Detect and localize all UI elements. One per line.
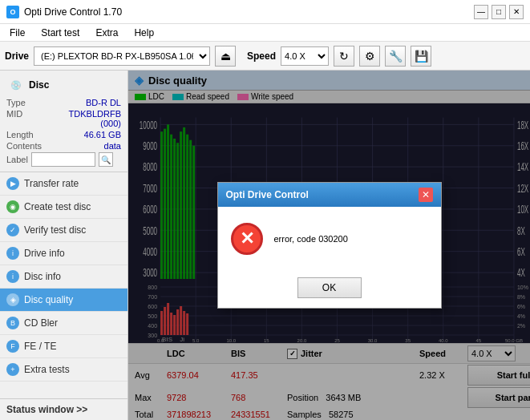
disc-label-input[interactable]	[31, 152, 95, 167]
main-layout: 💿 Disc Type BD-R DL MID TDKBLDRFB (000) …	[0, 71, 530, 420]
sidebar-item-drive-info[interactable]: i Drive info	[0, 242, 127, 265]
disc-mid-label: MID	[6, 109, 22, 128]
disc-panel-title: Disc	[29, 79, 49, 91]
error-icon: ✕	[231, 223, 263, 255]
dialog-ok-button[interactable]: OK	[297, 277, 362, 298]
sidebar-item-create-test-disc[interactable]: ◉ Create test disc	[0, 196, 127, 219]
menu-file[interactable]: File	[3, 26, 31, 40]
disc-contents-row: Contents data	[6, 141, 121, 151]
sidebar-item-transfer-rate[interactable]: ▶ Transfer rate	[0, 172, 127, 196]
dialog-title: Opti Drive Control	[226, 189, 309, 200]
create-test-disc-icon: ◉	[6, 200, 19, 213]
close-button[interactable]: ✕	[509, 5, 524, 19]
refresh-button[interactable]: ↻	[334, 46, 354, 67]
speed-label: Speed	[247, 50, 276, 62]
disc-contents-label: Contents	[6, 141, 42, 151]
disc-length-value: 46.61 GB	[84, 130, 121, 139]
app-icon: O	[6, 6, 19, 18]
drive-select[interactable]: (E:) PLEXTOR BD-R PX-LB950SA 1.06	[34, 46, 210, 66]
sidebar-item-label: Verify test disc	[24, 224, 86, 236]
toolbar: Drive (E:) PLEXTOR BD-R PX-LB950SA 1.06 …	[0, 42, 530, 71]
disc-mid-row: MID TDKBLDRFB (000)	[6, 109, 121, 128]
sidebar-item-label: Create test disc	[24, 201, 91, 212]
verify-test-disc-icon: ✓	[6, 224, 19, 236]
sidebar-item-label: CD Bler	[24, 317, 58, 329]
drive-info-icon: i	[6, 247, 19, 260]
menu-start-test[interactable]: Start test	[34, 26, 86, 40]
status-window-label: Status window >>	[6, 404, 87, 415]
dialog-close-button[interactable]: ✕	[419, 188, 433, 202]
sidebar-item-label: Disc info	[24, 271, 61, 282]
error-dialog: Opti Drive Control ✕ ✕ error, code 03020…	[217, 182, 442, 309]
nav-items: ▶ Transfer rate ◉ Create test disc ✓ Ver…	[0, 172, 127, 398]
fe-te-icon: F	[6, 340, 19, 353]
sidebar: 💿 Disc Type BD-R DL MID TDKBLDRFB (000) …	[0, 71, 128, 420]
drive-label: Drive	[5, 50, 29, 62]
sidebar-item-label: Extra tests	[24, 364, 70, 375]
disc-label-label: Label	[6, 155, 28, 164]
titlebar-left: O Opti Drive Control 1.70	[6, 6, 122, 18]
disc-info-icon: i	[6, 270, 19, 283]
disc-header: 💿 Disc	[6, 75, 121, 95]
sidebar-item-label: Drive info	[24, 248, 65, 259]
disc-info-panel: 💿 Disc Type BD-R DL MID TDKBLDRFB (000) …	[0, 71, 127, 172]
titlebar: O Opti Drive Control 1.70 — □ ✕	[0, 0, 530, 24]
maximize-button[interactable]: □	[492, 5, 506, 19]
disc-mid-value: TDKBLDRFB (000)	[49, 109, 121, 128]
app-title: Opti Drive Control 1.70	[24, 6, 122, 18]
disc-label-button[interactable]: 🔍	[99, 152, 113, 167]
disc-length-row: Length 46.61 GB	[6, 130, 121, 139]
cd-bler-icon: B	[6, 317, 19, 329]
disc-contents-value: data	[104, 141, 121, 151]
menubar: File Start test Extra Help	[0, 24, 530, 42]
dialog-message: error, code 030200	[274, 234, 348, 244]
sidebar-item-label: Transfer rate	[24, 178, 79, 189]
sidebar-item-extra-tests[interactable]: + Extra tests	[0, 358, 127, 382]
sidebar-item-label: Disc quality	[24, 294, 73, 305]
disc-label-row: Label 🔍	[6, 152, 121, 167]
dialog-overlay: Opti Drive Control ✕ ✕ error, code 03020…	[128, 71, 530, 420]
disc-quality-icon: ◈	[6, 293, 19, 306]
speed-select[interactable]: 4.0 X	[281, 46, 329, 66]
menu-help[interactable]: Help	[127, 26, 160, 40]
dialog-titlebar: Opti Drive Control ✕	[218, 183, 441, 207]
settings-button[interactable]: ⚙	[359, 46, 380, 67]
transfer-rate-icon: ▶	[6, 177, 19, 190]
minimize-button[interactable]: —	[474, 5, 488, 19]
sidebar-item-label: FE / TE	[24, 341, 56, 352]
extra-tests-icon: +	[6, 363, 19, 376]
save-button[interactable]: 💾	[411, 46, 431, 67]
sidebar-item-disc-quality[interactable]: ◈ Disc quality	[0, 289, 127, 312]
sidebar-item-disc-info[interactable]: i Disc info	[0, 265, 127, 289]
sidebar-item-cd-bler[interactable]: B CD Bler	[0, 312, 127, 335]
dialog-body: ✕ error, code 030200	[218, 207, 441, 271]
status-window[interactable]: Status window >>	[0, 398, 127, 420]
sidebar-item-verify-test-disc[interactable]: ✓ Verify test disc	[0, 219, 127, 242]
eject-button[interactable]: ⏏	[215, 46, 236, 67]
disc-type-value: BD-R DL	[86, 98, 121, 107]
tool-button[interactable]: 🔧	[385, 46, 406, 67]
disc-type-row: Type BD-R DL	[6, 98, 121, 107]
dialog-footer: OK	[218, 271, 441, 308]
content-area: ◈ Disc quality LDC Read speed Write spee…	[128, 71, 530, 420]
menu-extra[interactable]: Extra	[89, 26, 124, 40]
disc-icon: 💿	[6, 75, 26, 95]
titlebar-controls: — □ ✕	[474, 5, 524, 19]
disc-type-label: Type	[6, 98, 26, 107]
sidebar-item-fe-te[interactable]: F FE / TE	[0, 335, 127, 358]
disc-length-label: Length	[6, 130, 34, 139]
